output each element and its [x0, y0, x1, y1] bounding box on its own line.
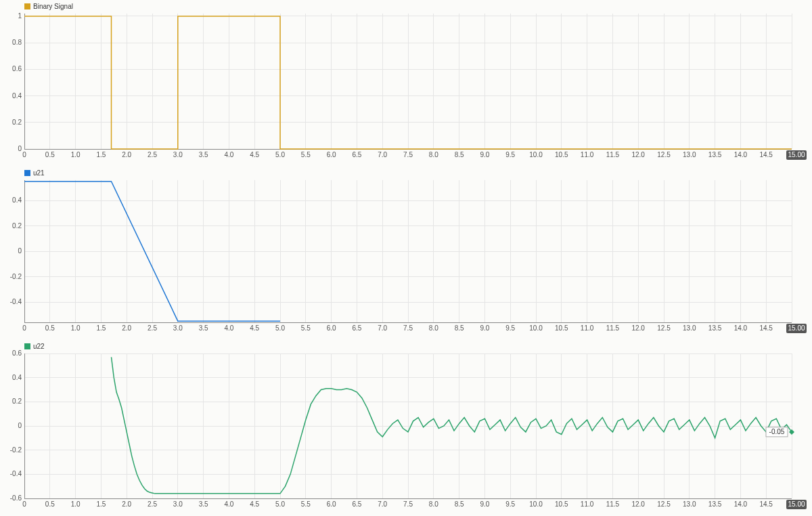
svg-text:1.0: 1.0 — [71, 324, 81, 332]
svg-text:6.0: 6.0 — [327, 324, 336, 332]
svg-text:1.5: 1.5 — [96, 500, 106, 508]
svg-text:14.5: 14.5 — [759, 151, 773, 158]
svg-text:6.5: 6.5 — [352, 500, 361, 508]
svg-text:10.0: 10.0 — [529, 500, 543, 508]
svg-text:12.5: 12.5 — [657, 500, 671, 508]
legend-label: Binary Signal — [33, 3, 73, 10]
svg-text:11.0: 11.0 — [581, 324, 594, 332]
svg-text:8.0: 8.0 — [429, 324, 438, 332]
svg-text:10.5: 10.5 — [555, 500, 568, 508]
svg-text:-0.4: -0.4 — [10, 298, 22, 305]
svg-text:9.5: 9.5 — [505, 500, 515, 508]
svg-text:2.5: 2.5 — [148, 500, 157, 508]
svg-text:5.5: 5.5 — [301, 324, 311, 332]
svg-text:0: 0 — [22, 500, 26, 508]
legend: u21 — [24, 169, 45, 177]
svg-text:3.0: 3.0 — [173, 151, 183, 158]
svg-text:7.5: 7.5 — [403, 500, 413, 508]
svg-text:15.00: 15.00 — [788, 151, 805, 158]
svg-text:6.5: 6.5 — [352, 151, 361, 158]
svg-text:5.0: 5.0 — [275, 324, 285, 332]
svg-text:-0.05: -0.05 — [769, 428, 785, 435]
svg-text:5.5: 5.5 — [301, 151, 311, 158]
svg-text:10.5: 10.5 — [555, 151, 568, 158]
svg-text:1.5: 1.5 — [96, 324, 106, 332]
svg-text:2.5: 2.5 — [148, 151, 157, 158]
svg-text:3.0: 3.0 — [173, 324, 183, 332]
svg-text:11.0: 11.0 — [581, 151, 594, 158]
svg-text:2.0: 2.0 — [122, 324, 131, 332]
legend-swatch — [24, 170, 30, 176]
chart-binary-signal[interactable]: Binary Signal 00.20.40.60.8100.51.01.52.… — [4, 3, 808, 163]
svg-text:0: 0 — [18, 145, 22, 152]
svg-text:4.0: 4.0 — [224, 151, 233, 158]
svg-text:0.5: 0.5 — [45, 500, 55, 508]
svg-text:11.5: 11.5 — [606, 324, 620, 332]
legend-label: u22 — [33, 343, 45, 350]
svg-text:8.5: 8.5 — [455, 324, 464, 332]
svg-text:8.5: 8.5 — [455, 151, 464, 158]
svg-text:14.5: 14.5 — [759, 324, 773, 332]
legend: u22 — [24, 343, 45, 350]
svg-text:0.6: 0.6 — [12, 65, 22, 72]
svg-text:0.4: 0.4 — [12, 196, 22, 204]
svg-text:6.0: 6.0 — [327, 500, 336, 508]
svg-text:5.0: 5.0 — [275, 500, 285, 508]
svg-text:12.0: 12.0 — [631, 151, 645, 158]
svg-text:11.0: 11.0 — [581, 500, 594, 508]
svg-text:12.0: 12.0 — [631, 324, 645, 332]
svg-text:0.4: 0.4 — [12, 92, 22, 100]
svg-text:2.0: 2.0 — [122, 500, 131, 508]
svg-text:4.5: 4.5 — [250, 500, 259, 508]
svg-text:4.5: 4.5 — [250, 324, 259, 332]
svg-text:0.5: 0.5 — [45, 151, 55, 158]
svg-text:2.0: 2.0 — [122, 151, 131, 158]
svg-text:9.0: 9.0 — [480, 324, 489, 332]
svg-text:8.0: 8.0 — [429, 151, 438, 158]
svg-text:5.0: 5.0 — [275, 151, 285, 158]
svg-text:7.0: 7.0 — [378, 324, 387, 332]
svg-text:3.5: 3.5 — [199, 151, 208, 158]
svg-text:14.0: 14.0 — [734, 151, 748, 158]
chart-u22[interactable]: u22 -0.6-0.4-0.200.20.40.600.51.01.52.02… — [4, 343, 808, 512]
svg-text:13.0: 13.0 — [683, 151, 696, 158]
svg-text:6.5: 6.5 — [352, 324, 361, 332]
svg-text:8.0: 8.0 — [429, 500, 438, 508]
svg-text:0: 0 — [18, 247, 22, 255]
svg-text:9.0: 9.0 — [480, 151, 489, 158]
scope-container: { "layout": { "width": 1188, "left_pad":… — [0, 0, 812, 516]
svg-text:0.8: 0.8 — [12, 39, 22, 46]
chart-u21[interactable]: u21 -0.4-0.200.20.400.51.01.52.02.53.03.… — [4, 169, 808, 336]
svg-text:14.0: 14.0 — [734, 324, 748, 332]
svg-text:15.00: 15.00 — [788, 324, 805, 332]
svg-text:12.0: 12.0 — [631, 500, 645, 508]
svg-text:0.2: 0.2 — [12, 119, 22, 126]
svg-text:3.5: 3.5 — [199, 324, 208, 332]
svg-text:6.0: 6.0 — [327, 151, 336, 158]
svg-text:4.0: 4.0 — [224, 500, 233, 508]
svg-text:-0.2: -0.2 — [10, 446, 22, 454]
svg-text:5.5: 5.5 — [301, 500, 311, 508]
svg-text:7.5: 7.5 — [403, 324, 413, 332]
svg-text:0.6: 0.6 — [12, 349, 22, 357]
svg-text:-0.4: -0.4 — [10, 470, 22, 477]
svg-text:7.0: 7.0 — [378, 500, 387, 508]
svg-text:4.0: 4.0 — [224, 324, 233, 332]
svg-text:0.2: 0.2 — [12, 397, 22, 405]
svg-text:1.0: 1.0 — [71, 151, 81, 158]
svg-text:10.5: 10.5 — [555, 324, 568, 332]
svg-text:-0.2: -0.2 — [10, 273, 22, 280]
svg-text:13.0: 13.0 — [683, 324, 696, 332]
svg-text:0.5: 0.5 — [45, 324, 55, 332]
svg-text:1: 1 — [18, 12, 22, 20]
svg-text:10.0: 10.0 — [529, 324, 543, 332]
svg-text:10.0: 10.0 — [529, 151, 543, 158]
svg-text:3.5: 3.5 — [199, 500, 208, 508]
svg-text:-0.6: -0.6 — [10, 494, 22, 502]
svg-text:9.0: 9.0 — [480, 500, 489, 508]
svg-text:13.0: 13.0 — [683, 500, 696, 508]
svg-text:13.5: 13.5 — [708, 500, 722, 508]
svg-text:7.0: 7.0 — [378, 151, 387, 158]
svg-text:13.5: 13.5 — [708, 151, 722, 158]
svg-text:13.5: 13.5 — [708, 324, 722, 332]
